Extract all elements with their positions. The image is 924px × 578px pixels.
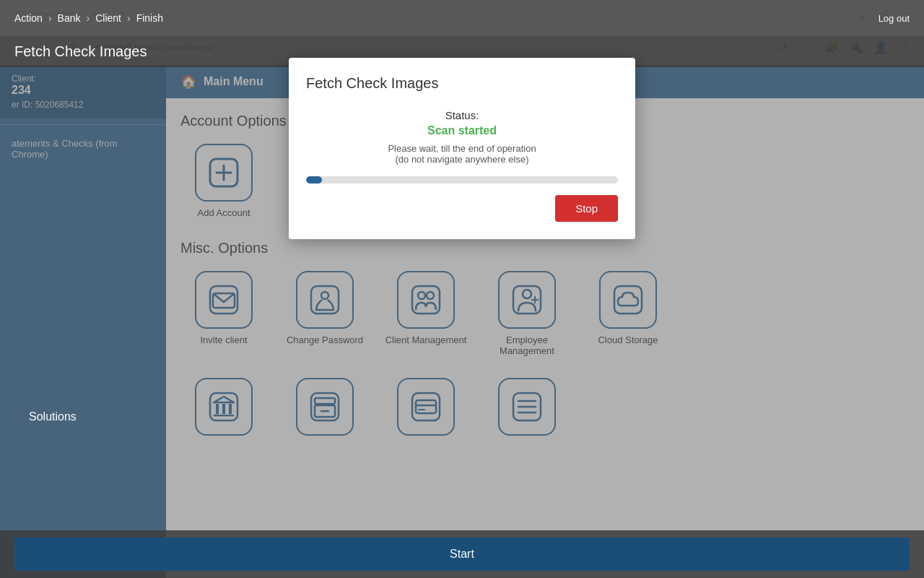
modal-progress-fill (306, 176, 322, 184)
solutions-label: Solutions (14, 405, 91, 429)
stop-button[interactable]: Stop (555, 195, 618, 222)
overlay-bottom-bar: Start (0, 530, 924, 578)
overlay-logout-button[interactable]: Log out (879, 13, 910, 24)
modal-title: Fetch Check Images (306, 75, 618, 92)
sep1: › (48, 12, 52, 24)
overlay-breadcrumb-bank: Bank (58, 12, 81, 24)
modal-actions: Stop (306, 195, 618, 222)
modal-progress-bar (306, 176, 618, 184)
modal-status-info-1: Please wait, till the end of operation (306, 143, 618, 154)
overlay-breadcrumb-finish: Finish (136, 12, 163, 24)
modal-status-label: Status: (306, 109, 618, 121)
overlay-breadcrumb-action: Action (14, 12, 43, 24)
fetch-header-text: Fetch Check Images (14, 43, 147, 59)
sep3: › (127, 12, 131, 24)
modal-status-info-2: (do not navigate anywhere else) (306, 154, 618, 165)
modal-status-row: Status: Scan started Please wait, till t… (306, 109, 618, 165)
overlay: Action › Bank › Client › Finish Log out … (0, 0, 924, 578)
modal-status-value: Scan started (306, 124, 618, 137)
sep2: › (87, 12, 90, 24)
overlay-top-bar: Action › Bank › Client › Finish Log out (0, 0, 924, 36)
overlay-breadcrumb-client: Client (95, 12, 121, 24)
fetch-check-images-modal: Fetch Check Images Status: Scan started … (289, 58, 635, 239)
start-button[interactable]: Start (14, 538, 910, 571)
